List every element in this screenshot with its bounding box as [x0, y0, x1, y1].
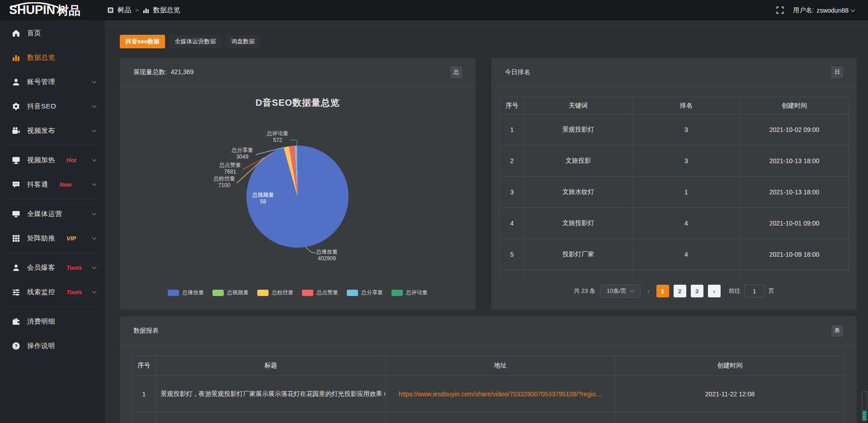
- legend-item[interactable]: 总点赞量: [302, 289, 338, 296]
- pie-label-videos: 总视频量58: [250, 192, 277, 205]
- sidebar-divider: [6, 306, 99, 307]
- legend-item[interactable]: 总评论量: [392, 289, 428, 296]
- legend-item[interactable]: 总粉丝量: [257, 289, 293, 296]
- svg-text:?: ?: [14, 343, 18, 348]
- sidebar-item-home[interactable]: 首页: [0, 21, 105, 45]
- chevron-down-icon: [92, 235, 97, 240]
- tools-badge: Tools: [66, 264, 82, 271]
- receipt-icon: [12, 317, 20, 326]
- daily-view-button[interactable]: 日: [831, 66, 843, 78]
- user-filled-icon: [12, 263, 20, 272]
- goto-page: 前往 页: [729, 285, 774, 297]
- sidebar-item-douketong[interactable]: 抖客通 New: [0, 172, 105, 197]
- sidebar-item-video-heat[interactable]: 视频加热 Hot: [0, 148, 105, 172]
- chevron-down-icon: [92, 289, 97, 294]
- pie-chart-area: D音SEO数据量总览 总评论量572 总分享量3049 总点赞量7681 总粉丝…: [120, 87, 476, 309]
- logo-text-cn: 树品: [57, 5, 80, 16]
- table-row-clipped: [500, 270, 849, 277]
- table-header-row: 序号 关键词 排名 创建时间: [500, 97, 849, 114]
- tools-badge: Tools: [66, 289, 82, 296]
- pie-label-likes: 总点赞量7681: [217, 162, 244, 175]
- table-row-clipped: [132, 413, 845, 423]
- username: zswodun88: [816, 7, 849, 14]
- sidebar-item-data-overview[interactable]: 数据总览: [0, 45, 105, 70]
- chevron-down-icon: [92, 128, 97, 132]
- sidebar-item-matrix-boost[interactable]: 矩阵助推 VIP: [0, 226, 105, 250]
- new-badge: New: [60, 181, 72, 188]
- report-card-header: 数据报表 表: [120, 316, 857, 345]
- pie-label-comments: 总评论量572: [264, 130, 291, 144]
- screen-icon: [12, 156, 20, 164]
- report-title: 数据报表: [133, 327, 159, 335]
- table-row: 1景观投影灯 32021-10-02 09:00: [500, 114, 849, 146]
- page-button-2[interactable]: 2: [674, 285, 686, 297]
- goto-page-input[interactable]: [744, 285, 765, 297]
- video-link[interactable]: https://www.iesdouyin.com/share/video/70…: [399, 390, 602, 398]
- topbar-right: 用户名: zswodun88: [776, 6, 868, 14]
- breadcrumb-root[interactable]: 树品: [118, 6, 131, 14]
- chevron-down-icon: [92, 265, 97, 269]
- ranking-card-header: 今日排名 日: [491, 58, 857, 87]
- chevron-down-icon: [92, 157, 97, 162]
- breadcrumb-current[interactable]: 数据总览: [153, 6, 180, 14]
- sidebar-item-douyin-seo[interactable]: 抖音SEO: [0, 94, 105, 118]
- home-icon: [12, 29, 20, 38]
- ranking-table: 序号 关键词 排名 创建时间 1景观投影灯 32021-10-02 09:00 …: [500, 97, 849, 277]
- sliders-icon: [12, 288, 20, 296]
- tab-inquiry-data[interactable]: 询盘数据: [225, 35, 260, 48]
- scrollbar[interactable]: [862, 391, 867, 421]
- legend-item[interactable]: 总视频量: [212, 289, 249, 296]
- sidebar-item-lead-monitor[interactable]: 线索监控 Tools: [0, 280, 105, 304]
- bar-chart-icon: [12, 53, 20, 62]
- monitor-icon: [12, 210, 20, 218]
- sidebar-item-accounts[interactable]: 账号管理: [0, 70, 105, 94]
- tab-douyin-seo-data[interactable]: 抖音seo数据: [120, 35, 165, 48]
- table-header-row: 序号 标题 地址 创建时间: [132, 356, 845, 376]
- legend-swatch: [168, 290, 179, 296]
- user-menu[interactable]: 用户名: zswodun88: [793, 6, 854, 14]
- legend-swatch: [257, 290, 269, 296]
- pie-label-shares: 总分享量3049: [229, 147, 256, 160]
- legend-item[interactable]: 总分享量: [347, 289, 383, 296]
- overview-card: 展现量总数: 421,369 总 D音SEO数据量总览 总评论量572 总分享量…: [120, 58, 476, 310]
- table-view-button[interactable]: 表: [831, 325, 843, 337]
- sidebar-item-member-booster[interactable]: 会员爆客 Tools: [0, 255, 105, 280]
- report-table: 序号 标题 地址 创建时间 1 景观投影灯，夜游景观投影灯厂家展示展示落花灯在花…: [132, 355, 845, 423]
- user-icon: [12, 78, 20, 86]
- report-card: 数据报表 表 序号 标题 地址 创建时间 1 景观投影灯，夜游景观投影灯: [120, 316, 857, 423]
- scrollbar-thumb[interactable]: [863, 411, 866, 420]
- breadcrumb-separator: >: [135, 7, 139, 14]
- sidebar: 首页 数据总览 账号管理 抖音SEO 视频发布: [0, 20, 105, 423]
- app-logo: SHUPIN 树品: [0, 4, 105, 16]
- fullscreen-icon[interactable]: [776, 6, 784, 14]
- chevron-down-icon: [92, 103, 97, 108]
- vip-badge: VIP: [66, 235, 76, 242]
- impressions-total: 展现量总数: 421,369: [133, 68, 193, 76]
- tab-omnimedia-data[interactable]: 全媒体运营数据: [169, 35, 222, 48]
- report-table-wrap: 序号 标题 地址 创建时间 1 景观投影灯，夜游景观投影灯厂家展示展示落花灯在花…: [132, 355, 845, 423]
- prev-page-button[interactable]: ‹: [645, 287, 652, 295]
- page-size-select[interactable]: 10条/页: [600, 284, 641, 298]
- overview-card-header: 展现量总数: 421,369 总: [120, 58, 476, 87]
- table-row: 5投影灯厂家 42021-10-09 18:00: [500, 239, 849, 270]
- logo-arc: [9, 2, 60, 8]
- sidebar-divider: [6, 253, 99, 253]
- sidebar-item-help[interactable]: ? 操作说明: [0, 334, 105, 358]
- table-row: 3文旅水纹灯 12021-10-13 18:00: [500, 177, 849, 208]
- chat-bubble-icon: [12, 180, 20, 189]
- page-button-1[interactable]: 1: [656, 285, 669, 297]
- sidebar-item-expense-detail[interactable]: 消费明细: [0, 309, 105, 334]
- chevron-down-icon: [851, 7, 855, 12]
- sidebar-item-video-publish[interactable]: 视频发布: [0, 118, 105, 143]
- ranking-table-wrap: 序号 关键词 排名 创建时间 1景观投影灯 32021-10-02 09:00 …: [500, 97, 849, 277]
- page-button-3[interactable]: 3: [691, 285, 703, 297]
- total-view-button[interactable]: 总: [450, 66, 462, 78]
- pie-label-fans: 总粉丝量7100: [211, 175, 238, 189]
- video-camera-icon: [12, 127, 20, 135]
- hot-badge: Hot: [66, 157, 76, 164]
- sidebar-item-omnimedia[interactable]: 全媒体运营: [0, 202, 105, 226]
- next-page-button[interactable]: ›: [708, 285, 721, 297]
- main-content: 抖音seo数据 全媒体运营数据 询盘数据 展现量总数: 421,369 总 D音…: [105, 20, 868, 423]
- sidebar-divider: [6, 145, 99, 146]
- legend-item[interactable]: 总播放量: [168, 289, 204, 296]
